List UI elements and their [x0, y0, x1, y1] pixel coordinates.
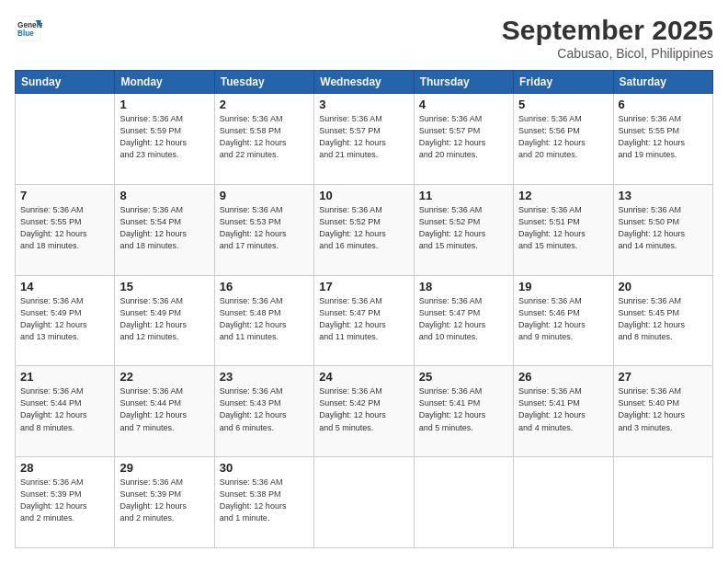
day-info: Sunrise: 5:36 AM Sunset: 5:47 PM Dayligh…	[319, 295, 408, 343]
day-number: 19	[518, 280, 608, 293]
calendar-cell: 18Sunrise: 5:36 AM Sunset: 5:47 PM Dayli…	[414, 275, 513, 366]
week-row-1: 1Sunrise: 5:36 AM Sunset: 5:59 PM Daylig…	[16, 94, 713, 185]
day-number: 16	[220, 280, 309, 293]
day-info: Sunrise: 5:36 AM Sunset: 5:55 PM Dayligh…	[619, 113, 708, 161]
day-number: 10	[319, 189, 408, 202]
weekday-header-wednesday: Wednesday	[314, 71, 414, 94]
day-number: 20	[619, 280, 708, 293]
calendar-cell: 24Sunrise: 5:36 AM Sunset: 5:42 PM Dayli…	[314, 366, 414, 457]
day-info: Sunrise: 5:36 AM Sunset: 5:43 PM Dayligh…	[220, 385, 309, 433]
calendar-cell: 27Sunrise: 5:36 AM Sunset: 5:40 PM Dayli…	[613, 366, 712, 457]
calendar-cell: 11Sunrise: 5:36 AM Sunset: 5:52 PM Dayli…	[414, 184, 513, 275]
day-number: 30	[220, 461, 309, 475]
day-number: 3	[319, 98, 408, 111]
calendar-cell: 10Sunrise: 5:36 AM Sunset: 5:52 PM Dayli…	[314, 184, 414, 275]
main-title: September 2025	[502, 15, 713, 46]
logo-icon: General Blue	[15, 15, 42, 42]
calendar-cell: 6Sunrise: 5:36 AM Sunset: 5:55 PM Daylig…	[613, 94, 712, 185]
calendar-cell: 2Sunrise: 5:36 AM Sunset: 5:58 PM Daylig…	[214, 94, 313, 185]
day-number: 27	[619, 370, 708, 384]
day-info: Sunrise: 5:36 AM Sunset: 5:57 PM Dayligh…	[419, 113, 508, 161]
calendar-cell: 22Sunrise: 5:36 AM Sunset: 5:44 PM Dayli…	[115, 366, 214, 457]
calendar-cell: 12Sunrise: 5:36 AM Sunset: 5:51 PM Dayli…	[514, 184, 613, 275]
weekday-header-row: SundayMondayTuesdayWednesdayThursdayFrid…	[16, 71, 713, 94]
weekday-header-saturday: Saturday	[613, 71, 712, 94]
calendar-cell: 20Sunrise: 5:36 AM Sunset: 5:45 PM Dayli…	[613, 275, 712, 366]
day-number: 4	[419, 98, 508, 111]
day-info: Sunrise: 5:36 AM Sunset: 5:44 PM Dayligh…	[119, 385, 209, 433]
calendar-cell: 13Sunrise: 5:36 AM Sunset: 5:50 PM Dayli…	[613, 184, 712, 275]
calendar-cell	[514, 457, 613, 548]
day-number: 5	[518, 98, 608, 111]
logo: General Blue	[15, 15, 42, 42]
svg-text:Blue: Blue	[17, 29, 34, 38]
calendar-cell: 25Sunrise: 5:36 AM Sunset: 5:41 PM Dayli…	[414, 366, 513, 457]
calendar-cell: 28Sunrise: 5:36 AM Sunset: 5:39 PM Dayli…	[16, 457, 115, 548]
calendar-cell: 29Sunrise: 5:36 AM Sunset: 5:39 PM Dayli…	[115, 457, 214, 548]
day-info: Sunrise: 5:36 AM Sunset: 5:54 PM Dayligh…	[119, 204, 209, 252]
day-number: 11	[419, 189, 508, 202]
day-info: Sunrise: 5:36 AM Sunset: 5:44 PM Dayligh…	[20, 385, 109, 433]
day-number: 8	[119, 189, 209, 202]
calendar-cell	[613, 457, 712, 548]
day-number: 26	[518, 370, 608, 384]
day-info: Sunrise: 5:36 AM Sunset: 5:52 PM Dayligh…	[419, 204, 508, 252]
calendar-cell: 5Sunrise: 5:36 AM Sunset: 5:56 PM Daylig…	[514, 94, 613, 185]
day-info: Sunrise: 5:36 AM Sunset: 5:46 PM Dayligh…	[518, 295, 608, 343]
week-row-3: 14Sunrise: 5:36 AM Sunset: 5:49 PM Dayli…	[16, 275, 713, 366]
day-number: 23	[220, 370, 309, 384]
subtitle: Cabusao, Bicol, Philippines	[502, 46, 713, 61]
calendar-cell: 16Sunrise: 5:36 AM Sunset: 5:48 PM Dayli…	[214, 275, 313, 366]
calendar-cell: 15Sunrise: 5:36 AM Sunset: 5:49 PM Dayli…	[115, 275, 214, 366]
day-number: 6	[619, 98, 708, 111]
weekday-header-monday: Monday	[115, 71, 214, 94]
day-number: 9	[220, 189, 309, 202]
week-row-5: 28Sunrise: 5:36 AM Sunset: 5:39 PM Dayli…	[16, 457, 713, 548]
calendar-cell: 8Sunrise: 5:36 AM Sunset: 5:54 PM Daylig…	[115, 184, 214, 275]
day-number: 22	[119, 370, 209, 384]
day-info: Sunrise: 5:36 AM Sunset: 5:48 PM Dayligh…	[220, 295, 309, 343]
day-number: 12	[518, 189, 608, 202]
calendar-cell: 26Sunrise: 5:36 AM Sunset: 5:41 PM Dayli…	[514, 366, 613, 457]
day-info: Sunrise: 5:36 AM Sunset: 5:41 PM Dayligh…	[518, 385, 608, 433]
weekday-header-tuesday: Tuesday	[214, 71, 313, 94]
week-row-2: 7Sunrise: 5:36 AM Sunset: 5:55 PM Daylig…	[16, 184, 713, 275]
day-info: Sunrise: 5:36 AM Sunset: 5:42 PM Dayligh…	[319, 385, 408, 433]
day-info: Sunrise: 5:36 AM Sunset: 5:57 PM Dayligh…	[319, 113, 408, 161]
header: General Blue September 2025 Cabusao, Bic…	[15, 15, 713, 61]
calendar-cell: 19Sunrise: 5:36 AM Sunset: 5:46 PM Dayli…	[514, 275, 613, 366]
day-info: Sunrise: 5:36 AM Sunset: 5:45 PM Dayligh…	[619, 295, 708, 343]
day-number: 1	[119, 98, 209, 111]
day-info: Sunrise: 5:36 AM Sunset: 5:51 PM Dayligh…	[518, 204, 608, 252]
calendar-cell: 14Sunrise: 5:36 AM Sunset: 5:49 PM Dayli…	[16, 275, 115, 366]
calendar: SundayMondayTuesdayWednesdayThursdayFrid…	[15, 70, 713, 548]
week-row-4: 21Sunrise: 5:36 AM Sunset: 5:44 PM Dayli…	[16, 366, 713, 457]
weekday-header-thursday: Thursday	[414, 71, 513, 94]
day-info: Sunrise: 5:36 AM Sunset: 5:53 PM Dayligh…	[220, 204, 309, 252]
calendar-cell	[414, 457, 513, 548]
day-number: 14	[20, 280, 109, 293]
calendar-cell: 4Sunrise: 5:36 AM Sunset: 5:57 PM Daylig…	[414, 94, 513, 185]
day-number: 28	[20, 461, 109, 475]
calendar-cell: 17Sunrise: 5:36 AM Sunset: 5:47 PM Dayli…	[314, 275, 414, 366]
day-info: Sunrise: 5:36 AM Sunset: 5:56 PM Dayligh…	[518, 113, 608, 161]
calendar-cell: 1Sunrise: 5:36 AM Sunset: 5:59 PM Daylig…	[115, 94, 214, 185]
day-info: Sunrise: 5:36 AM Sunset: 5:49 PM Dayligh…	[20, 295, 109, 343]
page: General Blue September 2025 Cabusao, Bic…	[0, 0, 728, 563]
day-info: Sunrise: 5:36 AM Sunset: 5:39 PM Dayligh…	[20, 477, 109, 524]
day-info: Sunrise: 5:36 AM Sunset: 5:49 PM Dayligh…	[119, 295, 209, 343]
title-area: September 2025 Cabusao, Bicol, Philippin…	[502, 15, 713, 61]
calendar-cell	[16, 94, 115, 185]
day-number: 2	[220, 98, 309, 111]
calendar-cell: 30Sunrise: 5:36 AM Sunset: 5:38 PM Dayli…	[214, 457, 313, 548]
day-number: 18	[419, 280, 508, 293]
day-info: Sunrise: 5:36 AM Sunset: 5:58 PM Dayligh…	[220, 113, 309, 161]
weekday-header-friday: Friday	[514, 71, 613, 94]
day-number: 17	[319, 280, 408, 293]
day-info: Sunrise: 5:36 AM Sunset: 5:59 PM Dayligh…	[119, 113, 209, 161]
day-info: Sunrise: 5:36 AM Sunset: 5:41 PM Dayligh…	[419, 385, 508, 433]
weekday-header-sunday: Sunday	[16, 71, 115, 94]
day-info: Sunrise: 5:36 AM Sunset: 5:38 PM Dayligh…	[220, 477, 309, 524]
day-number: 7	[20, 189, 109, 202]
day-info: Sunrise: 5:36 AM Sunset: 5:47 PM Dayligh…	[419, 295, 508, 343]
